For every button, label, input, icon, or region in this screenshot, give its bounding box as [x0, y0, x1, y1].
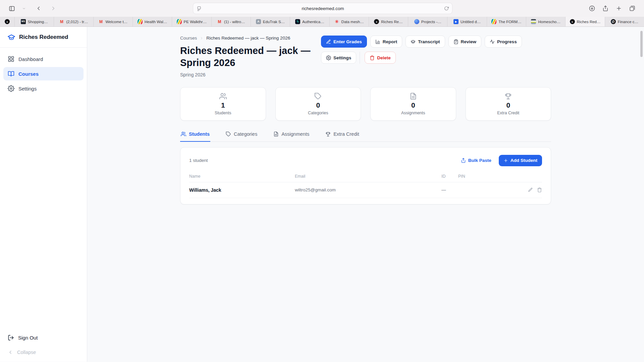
browser-tab[interactable]: The FORM…: [487, 17, 526, 26]
new-tab-icon[interactable]: [613, 3, 625, 14]
sign-out-label: Sign Out: [18, 335, 38, 341]
url-text[interactable]: richesredeemed.com: [202, 6, 444, 11]
browser-tab-active[interactable]: Riches Red…: [566, 17, 605, 26]
browser-tab[interactable]: Shopping…: [15, 17, 54, 26]
page-scrollbar[interactable]: [640, 31, 643, 57]
ws-favicon: [21, 19, 26, 24]
address-bar[interactable]: richesredeemed.com: [193, 3, 452, 14]
finance-favicon: [611, 19, 616, 24]
sidebar-item-label: Settings: [18, 86, 37, 92]
breadcrumb: Courses Riches Redeemed — jack — Spring …: [180, 36, 321, 41]
transcript-button[interactable]: Transcript: [406, 36, 445, 48]
tab-students[interactable]: Students: [180, 131, 210, 142]
content-tabs: Students Categories Assignments Extra Cr…: [180, 131, 551, 142]
share-icon[interactable]: [600, 3, 611, 14]
report-button[interactable]: Report: [370, 36, 402, 48]
activity-icon: [490, 39, 495, 44]
page-title: Riches Redeemed — jack — Spring 2026: [180, 45, 321, 69]
graduation-cap-icon: [7, 33, 15, 41]
browser-tab-title: Projects -…: [421, 20, 441, 24]
tab-assignments[interactable]: Assignments: [273, 131, 310, 142]
breadcrumb-courses[interactable]: Courses: [180, 36, 197, 41]
sidebar-toggle-icon[interactable]: [6, 3, 17, 14]
browser-tab[interactable]: Projects -…: [408, 17, 447, 26]
browser-tab[interactable]: Data mesh…: [330, 17, 369, 26]
add-student-button[interactable]: Add Student: [499, 155, 542, 166]
stat-value: 0: [506, 101, 510, 109]
tab-extra-credit[interactable]: Extra Credit: [325, 131, 360, 142]
downloads-icon[interactable]: [586, 3, 598, 14]
stat-value: 0: [316, 101, 320, 109]
sidebar-item-settings[interactable]: Settings: [3, 82, 84, 95]
chevron-left-icon: [8, 350, 13, 355]
collapse-label: Collapse: [17, 350, 36, 355]
chevron-right-icon: [200, 36, 204, 40]
browser-tab-pinned[interactable]: [0, 17, 15, 26]
stat-card-extra-credit: 0 Extra Credit: [466, 87, 551, 121]
browser-tab-title: Riches Re…: [381, 20, 403, 24]
gmail-favicon: [98, 19, 103, 24]
browser-tab-title: Riches Red…: [577, 20, 601, 24]
browser-tab-title: (1) - wiltro…: [224, 20, 245, 24]
starburst-favicon: [334, 19, 339, 24]
browser-tab[interactable]: PE Walkthr…: [172, 17, 211, 26]
grid-icon: [8, 56, 14, 62]
stat-value: 0: [411, 101, 415, 109]
forward-icon[interactable]: [48, 3, 59, 14]
stat-label: Extra Credit: [497, 111, 519, 115]
column-header-name: Name: [189, 174, 295, 179]
video-favicon: [453, 19, 459, 24]
tag-icon: [226, 131, 231, 137]
stripes-favicon: [177, 19, 182, 24]
browser-tab[interactable]: EduTrak S…: [251, 17, 290, 26]
delete-button[interactable]: Delete: [365, 52, 396, 64]
browser-tab[interactable]: (1) - wiltro…: [212, 17, 251, 26]
browser-tab[interactable]: Homescho…: [526, 17, 566, 26]
browser-tab[interactable]: (2,012) - tr…: [54, 17, 93, 26]
review-button[interactable]: Review: [448, 36, 482, 48]
trash-icon: [370, 55, 375, 60]
stripes-favicon: [138, 19, 143, 24]
browser-tab-title: (2,012) - tr…: [66, 20, 88, 24]
student-name: Williams, Jack: [189, 187, 295, 193]
stat-label: Assignments: [401, 111, 425, 115]
edit-student-icon[interactable]: [528, 187, 533, 192]
enter-grades-button[interactable]: Enter Grades: [321, 36, 367, 48]
browser-tab[interactable]: Welcome t…: [94, 17, 133, 26]
sidebar-item-label: Dashboard: [18, 56, 43, 62]
collapse-button[interactable]: Collapse: [8, 350, 79, 355]
sidebar-item-courses[interactable]: Courses: [3, 67, 84, 80]
tab-categories[interactable]: Categories: [225, 131, 258, 142]
stat-card-assignments: 0 Assignments: [370, 87, 456, 121]
browser-tab[interactable]: Finance c…: [605, 17, 644, 26]
back-icon[interactable]: [33, 3, 44, 14]
students-panel: 1 student Bulk Paste Add Student: [180, 147, 551, 204]
student-email: wiltro25@gmail.com: [295, 187, 441, 192]
graduation-cap-icon: [411, 39, 416, 44]
course-settings-button[interactable]: Settings: [321, 52, 356, 64]
bar-chart-icon: [375, 39, 380, 44]
bulk-paste-button[interactable]: Bulk Paste: [461, 158, 491, 163]
file-icon: [410, 93, 417, 100]
browser-tab[interactable]: Untitled d…: [447, 17, 487, 26]
browser-tab-title: Authentica…: [302, 20, 324, 24]
browser-tab[interactable]: Authentica…: [290, 17, 329, 26]
reader-icon[interactable]: [197, 6, 202, 11]
reload-icon[interactable]: [444, 6, 449, 11]
tab-overview-icon[interactable]: [627, 3, 638, 14]
chevron-down-icon[interactable]: [18, 3, 30, 14]
sidebar-item-dashboard[interactable]: Dashboard: [3, 52, 84, 66]
browser-tab-title: The FORM…: [498, 20, 521, 24]
browser-tab[interactable]: Riches Re…: [369, 17, 408, 26]
browser-tab-title: Homescho…: [538, 20, 560, 24]
stat-value: 1: [221, 101, 225, 109]
browser-tab-title: Untitled d…: [461, 20, 481, 24]
column-header-email: Email: [295, 174, 441, 179]
browser-tab[interactable]: Health Wal…: [133, 17, 172, 26]
delete-student-icon[interactable]: [537, 187, 542, 192]
stat-label: Categories: [308, 111, 328, 115]
sign-out-button[interactable]: Sign Out: [8, 335, 79, 341]
projects-favicon: [414, 19, 419, 24]
file-icon: [273, 131, 279, 137]
progress-button[interactable]: Progress: [485, 36, 522, 48]
